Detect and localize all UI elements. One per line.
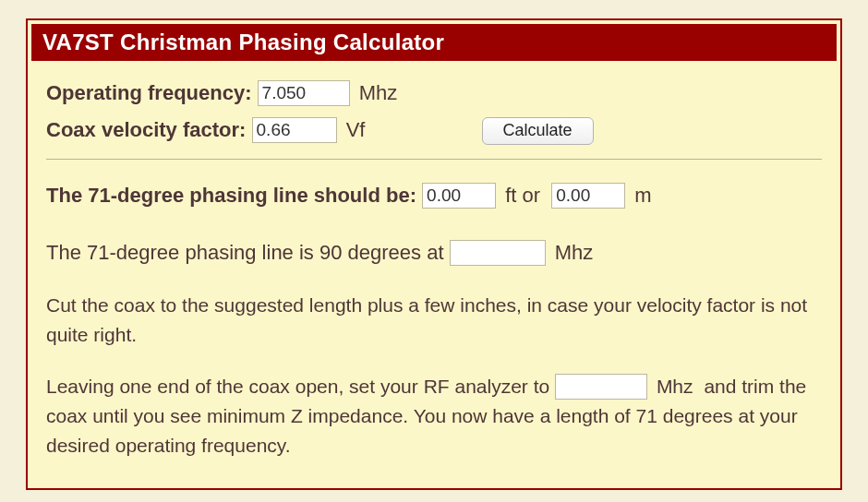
advice-cut-length: Cut the coax to the suggested length plu… (46, 291, 822, 350)
unit-mhz-1: Mhz (359, 81, 398, 104)
unit-m: m (634, 184, 651, 207)
result-meters-input[interactable] (551, 183, 625, 209)
advice-trim-a: Leaving one end of the coax open, set yo… (46, 376, 549, 397)
label-velocity-factor: Coax velocity factor: (46, 118, 246, 141)
velocity-factor-input[interactable] (252, 117, 337, 143)
label-operating-frequency: Operating frequency: (46, 81, 251, 104)
result-heading: The 71-degree phasing line should be: (46, 184, 416, 207)
unit-mhz-3: Mhz (657, 376, 693, 397)
operating-frequency-input[interactable] (258, 80, 350, 106)
row-operating-frequency: Operating frequency: Mhz (46, 78, 822, 109)
text-90deg-prefix: The 71-degree phasing line is 90 degrees… (46, 241, 444, 264)
unit-vf: Vf (346, 118, 366, 141)
page-title: VA7ST Christman Phasing Calculator (31, 24, 837, 61)
unit-mhz-2: Mhz (555, 241, 594, 264)
analyzer-frequency-input[interactable] (555, 374, 647, 400)
row-result-heading: The 71-degree phasing line should be: ft… (46, 180, 822, 211)
calculate-button[interactable]: Calculate (482, 117, 594, 145)
advice-trim: Leaving one end of the coax open, set yo… (46, 372, 822, 460)
freq-90deg-input[interactable] (450, 240, 546, 266)
unit-ft-or: ft or (505, 184, 540, 207)
divider (46, 159, 822, 160)
row-90deg: The 71-degree phasing line is 90 degrees… (46, 237, 822, 269)
content-area: Operating frequency: Mhz Coax velocity f… (28, 61, 840, 460)
calculator-card: VA7ST Christman Phasing Calculator Opera… (26, 18, 842, 490)
result-feet-input[interactable] (422, 183, 496, 209)
row-velocity-factor: Coax velocity factor: Vf Calculate (46, 114, 822, 146)
